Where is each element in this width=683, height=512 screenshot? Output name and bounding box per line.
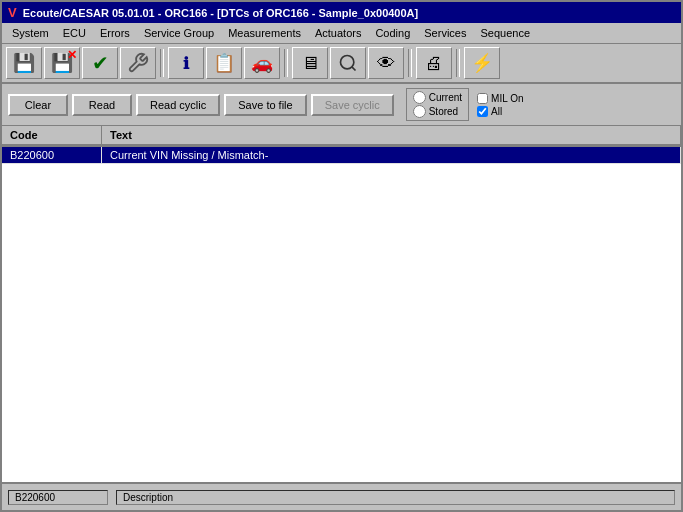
clear-button[interactable]: Clear (8, 94, 68, 116)
table-header: Code Text (2, 126, 681, 147)
dtc-table-container: Code Text B220600 Current VIN Missing / … (2, 126, 681, 482)
toolbar-save-button[interactable]: 💾 (6, 47, 42, 79)
read-button[interactable]: Read (72, 94, 132, 116)
toolbar-lightning-button[interactable]: ⚡ (464, 47, 500, 79)
title-bar: V Ecoute/CAESAR 05.01.01 - ORC166 - [DTC… (2, 2, 681, 23)
all-checkbox[interactable] (477, 106, 488, 117)
toolbar-wrench-button[interactable] (120, 47, 156, 79)
current-stored-group: Current Stored (406, 88, 469, 121)
menu-system[interactable]: System (6, 25, 55, 41)
action-bar: Clear Read Read cyclic Save to file Save… (2, 84, 681, 126)
stored-radio-label[interactable]: Stored (413, 105, 462, 118)
current-radio-label[interactable]: Current (413, 91, 462, 104)
menu-measurements[interactable]: Measurements (222, 25, 307, 41)
toolbar-print-button[interactable]: 🖨 (416, 47, 452, 79)
svg-line-1 (352, 67, 356, 71)
cell-code: B220600 (2, 147, 102, 163)
toolbar-monitor-button[interactable]: 🖥 (292, 47, 328, 79)
mil-on-label[interactable]: MIL On (477, 93, 523, 104)
menu-sequence[interactable]: Sequence (474, 25, 536, 41)
window-title: Ecoute/CAESAR 05.01.01 - ORC166 - [DTCs … (23, 7, 419, 19)
status-code: B220600 (8, 490, 108, 505)
app-logo: V (8, 5, 17, 20)
menu-actuators[interactable]: Actuators (309, 25, 367, 41)
toolbar-separator-2 (284, 49, 288, 77)
status-description: Description (116, 490, 675, 505)
toolbar-eye-button[interactable]: 👁 (368, 47, 404, 79)
current-radio[interactable] (413, 91, 426, 104)
all-label[interactable]: All (477, 106, 523, 117)
main-window: V Ecoute/CAESAR 05.01.01 - ORC166 - [DTC… (0, 0, 683, 512)
svg-point-0 (341, 56, 354, 69)
toolbar-list-button[interactable]: 📋 (206, 47, 242, 79)
menu-bar: System ECU Errors Service Group Measurem… (2, 23, 681, 44)
toolbar-info-button[interactable]: ℹ (168, 47, 204, 79)
toolbar-separator-1 (160, 49, 164, 77)
mil-group: MIL On All (477, 93, 523, 117)
menu-errors[interactable]: Errors (94, 25, 136, 41)
toolbar-search-button[interactable] (330, 47, 366, 79)
table-body: B220600 Current VIN Missing / Mismatch- (2, 147, 681, 482)
toolbar-check-button[interactable]: ✔ (82, 47, 118, 79)
stored-radio[interactable] (413, 105, 426, 118)
mil-on-checkbox[interactable] (477, 93, 488, 104)
save-cyclic-button[interactable]: Save cyclic (311, 94, 394, 116)
column-header-code: Code (2, 126, 102, 146)
menu-ecu[interactable]: ECU (57, 25, 92, 41)
menu-services[interactable]: Services (418, 25, 472, 41)
toolbar-separator-3 (408, 49, 412, 77)
menu-service-group[interactable]: Service Group (138, 25, 220, 41)
toolbar-separator-4 (456, 49, 460, 77)
status-bar: B220600 Description (2, 482, 681, 510)
toolbar-cancel-button[interactable]: 💾 ✕ (44, 47, 80, 79)
column-header-text: Text (102, 126, 681, 146)
cell-text: Current VIN Missing / Mismatch- (102, 147, 681, 163)
toolbar-car-button[interactable]: 🚗 (244, 47, 280, 79)
table-row[interactable]: B220600 Current VIN Missing / Mismatch- (2, 147, 681, 164)
save-to-file-button[interactable]: Save to file (224, 94, 306, 116)
menu-coding[interactable]: Coding (369, 25, 416, 41)
toolbar: 💾 💾 ✕ ✔ ℹ 📋 🚗 🖥 👁 🖨 ⚡ (2, 44, 681, 84)
read-cyclic-button[interactable]: Read cyclic (136, 94, 220, 116)
